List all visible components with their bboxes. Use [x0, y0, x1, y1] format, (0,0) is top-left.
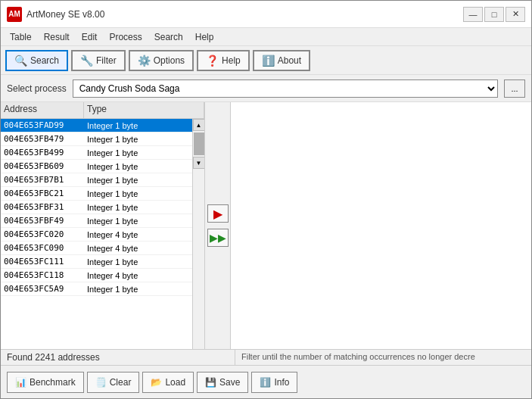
- about-icon: ℹ️: [262, 55, 275, 67]
- cell-address: 004E653FBF49: [1, 216, 84, 226]
- cell-address: 004E653FBC21: [1, 189, 84, 198]
- cell-address: 004E653FC020: [1, 229, 84, 239]
- cell-type: Integer 1 byte: [84, 217, 192, 226]
- cell-type: Integer 1 byte: [84, 135, 192, 144]
- cell-type: Integer 1 byte: [84, 257, 192, 267]
- cell-address: 004E653FAD99: [1, 120, 84, 130]
- menu-search[interactable]: Search: [148, 30, 189, 44]
- process-bar: Select process Candy Crush Soda Saga ...: [1, 75, 531, 102]
- cell-type: Integer 4 byte: [84, 271, 192, 280]
- minimize-button[interactable]: —: [463, 7, 483, 22]
- col-header-type: Type: [84, 102, 204, 118]
- address-row[interactable]: 004E653FC020 Integer 4 byte: [1, 228, 192, 242]
- about-button[interactable]: ℹ️ About: [253, 50, 310, 71]
- cell-type: Integer 1 byte: [84, 121, 192, 130]
- search-button[interactable]: 🔍 Search: [5, 50, 68, 71]
- save-button[interactable]: 💾 Save: [197, 372, 248, 393]
- benchmark-icon: 📊: [15, 377, 26, 388]
- cell-address: 004E653FBF31: [1, 202, 84, 212]
- help-label: Help: [222, 55, 241, 66]
- save-icon: 💾: [205, 377, 216, 388]
- cell-address: 004E653FB479: [1, 134, 84, 144]
- load-label: Load: [165, 377, 185, 388]
- benchmark-button[interactable]: 📊 Benchmark: [7, 372, 84, 393]
- load-button[interactable]: 📂 Load: [142, 372, 194, 393]
- scrollbar[interactable]: ▲ ▼: [192, 119, 204, 349]
- cell-address: 004E653FC111: [1, 257, 84, 267]
- info-label: Info: [274, 377, 289, 388]
- address-row[interactable]: 004E653FC5A9 Integer 1 byte: [1, 282, 192, 296]
- main-window: AM ArtMoney SE v8.00 — □ ✕ Table Result …: [0, 0, 532, 399]
- cell-type: Integer 1 byte: [84, 148, 192, 157]
- address-panel: Address Type 004E653FAD99 Integer 1 byte…: [1, 102, 205, 349]
- maximize-button[interactable]: □: [484, 7, 504, 22]
- scroll-thumb[interactable]: [194, 132, 204, 155]
- address-row[interactable]: 004E653FB7B1 Integer 1 byte: [1, 173, 192, 187]
- search-icon: 🔍: [14, 55, 27, 67]
- options-button[interactable]: ⚙️ Options: [129, 50, 194, 71]
- menu-result[interactable]: Result: [38, 30, 76, 44]
- send-all-right-button[interactable]: ▶▶: [207, 229, 229, 247]
- clear-label: Clear: [110, 377, 132, 388]
- search-label: Search: [30, 55, 59, 66]
- process-browse-button[interactable]: ...: [504, 79, 525, 98]
- address-row[interactable]: 004E653FBF31 Integer 1 byte: [1, 201, 192, 214]
- address-row[interactable]: 004E653FBF49 Integer 1 byte: [1, 214, 192, 228]
- address-header: Address Type: [1, 102, 204, 119]
- title-bar: AM ArtMoney SE v8.00 — □ ✕: [1, 1, 531, 28]
- toolbar: 🔍 Search 🔧 Filter ⚙️ Options ❓ Help ℹ️ A…: [1, 46, 531, 75]
- cell-type: Integer 4 byte: [84, 244, 192, 253]
- cell-type: Integer 1 byte: [84, 162, 192, 171]
- arrow-double-right-icon: ▶▶: [210, 232, 226, 244]
- options-icon: ⚙️: [138, 55, 151, 67]
- address-row[interactable]: 004E653FC090 Integer 4 byte: [1, 242, 192, 255]
- process-select[interactable]: Candy Crush Soda Saga: [73, 79, 498, 98]
- menu-process[interactable]: Process: [103, 30, 148, 44]
- arrow-panel: ▶ ▶▶: [205, 102, 231, 349]
- address-row[interactable]: 004E653FB479 Integer 1 byte: [1, 132, 192, 146]
- title-bar-left: AM ArtMoney SE v8.00: [7, 7, 104, 22]
- address-row[interactable]: 004E653FC118 Integer 4 byte: [1, 269, 192, 282]
- close-button[interactable]: ✕: [506, 7, 525, 22]
- info-icon: ℹ️: [260, 377, 271, 388]
- address-row[interactable]: 004E653FB499 Integer 1 byte: [1, 146, 192, 160]
- help-button[interactable]: ❓ Help: [197, 50, 250, 71]
- address-row[interactable]: 004E653FBC21 Integer 1 byte: [1, 187, 192, 201]
- scroll-up-arrow[interactable]: ▲: [193, 119, 205, 131]
- scroll-down-arrow[interactable]: ▼: [193, 157, 205, 169]
- menu-bar: Table Result Edit Process Search Help: [1, 28, 531, 46]
- filter-icon: 🔧: [80, 55, 93, 67]
- cell-address: 004E653FC5A9: [1, 284, 84, 294]
- process-select-wrap: Candy Crush Soda Saga: [73, 79, 498, 98]
- address-row[interactable]: 004E653FAD99 Integer 1 byte: [1, 119, 192, 132]
- save-label: Save: [219, 377, 240, 388]
- cell-address: 004E653FB7B1: [1, 175, 84, 185]
- address-list: 004E653FAD99 Integer 1 byte 004E653FB479…: [1, 119, 192, 349]
- status-bar-combined: Found 2241 addresses Filter until the nu…: [1, 349, 531, 365]
- filter-hint: Filter until the number of matching occu…: [235, 350, 531, 365]
- load-icon: 📂: [151, 377, 162, 388]
- title-controls: — □ ✕: [463, 7, 525, 22]
- benchmark-label: Benchmark: [30, 377, 76, 388]
- menu-table[interactable]: Table: [4, 30, 38, 44]
- send-right-button[interactable]: ▶: [207, 204, 229, 223]
- menu-help[interactable]: Help: [189, 30, 220, 44]
- filter-button[interactable]: 🔧 Filter: [71, 50, 126, 71]
- cell-type: Integer 1 byte: [84, 189, 192, 198]
- cell-type: Integer 1 byte: [84, 176, 192, 185]
- info-button[interactable]: ℹ️ Info: [251, 372, 297, 393]
- status-found: Found 2241 addresses: [1, 350, 235, 365]
- clear-icon: 🗒️: [95, 377, 107, 388]
- cell-address: 004E653FC118: [1, 270, 84, 280]
- clear-button[interactable]: 🗒️ Clear: [87, 372, 140, 393]
- cell-address: 004E653FB609: [1, 161, 84, 171]
- address-row[interactable]: 004E653FC111 Integer 1 byte: [1, 255, 192, 269]
- cell-type: Integer 1 byte: [84, 285, 192, 294]
- cell-address: 004E653FB499: [1, 148, 84, 157]
- address-row[interactable]: 004E653FB609 Integer 1 byte: [1, 160, 192, 173]
- cell-type: Integer 1 byte: [84, 203, 192, 212]
- about-label: About: [278, 55, 301, 66]
- menu-edit[interactable]: Edit: [76, 30, 104, 44]
- cell-address: 004E653FC090: [1, 243, 84, 253]
- main-area: Address Type 004E653FAD99 Integer 1 byte…: [1, 102, 531, 349]
